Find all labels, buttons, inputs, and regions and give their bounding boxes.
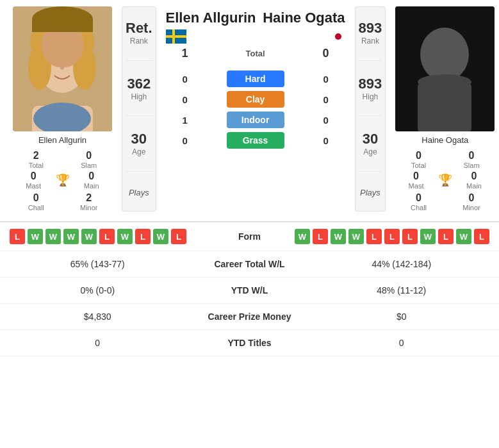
left-ret-value: Ret.: [126, 20, 152, 37]
stat-row-right-1: 48% (11-12): [314, 285, 490, 295]
left-divider-3: [126, 171, 152, 172]
left-player-name: Ellen Allgurin: [38, 135, 86, 145]
right-slam-label: Slam: [448, 162, 495, 169]
left-divider-1: [126, 60, 152, 61]
hard-label: Hard: [227, 71, 284, 87]
surface-rows: 0 Hard 0 0 Clay 0 1 Indoor 0 0 Grass: [160, 69, 352, 151]
stat-row-left-1: 0% (0-0): [10, 285, 186, 295]
left-mast-value: 0: [13, 170, 54, 182]
right-name-header: Haine Ogata: [263, 10, 345, 26]
form-result-badge: L: [99, 229, 115, 244]
left-slam-label: Slam: [66, 162, 113, 169]
left-main-stat: 0 Main: [71, 170, 113, 190]
right-total-value: 0: [395, 150, 442, 162]
right-age-label: Age: [363, 147, 378, 156]
left-high-label: High: [127, 92, 151, 101]
right-chall-minor-row: 0 Chall 0 Minor: [395, 192, 495, 212]
right-main-value: 0: [454, 170, 495, 182]
left-plays-stat: Plays: [129, 184, 149, 201]
form-result-badge: W: [348, 229, 364, 244]
names-row: Ellen Allgurin Haine Ogata: [160, 10, 352, 26]
form-result-badge: L: [438, 229, 454, 244]
grass-label: Grass: [227, 132, 284, 149]
left-age-stat: 30 Age: [131, 128, 147, 159]
left-trophy-row: 0 Mast 🏆 0 Main: [13, 170, 112, 190]
form-result-badge: W: [81, 229, 97, 244]
left-high-stat: 362 High: [127, 73, 151, 104]
right-slam-stat: 0 Slam: [448, 150, 495, 169]
right-mast-label: Mast: [395, 182, 437, 190]
stats-rows-container: 65% (143-77) Career Total W/L 44% (142-1…: [0, 251, 499, 356]
right-high-value: 893: [359, 76, 382, 92]
grass-score-left: 0: [166, 135, 204, 146]
total-score-left: 1: [166, 47, 204, 60]
hard-score-left: 0: [166, 74, 204, 85]
stat-row-center-1: YTD W/L: [186, 285, 314, 295]
haine-svg: [395, 6, 495, 131]
right-minor-label: Minor: [448, 204, 495, 212]
form-result-badge: W: [117, 229, 133, 244]
right-chall-stat: 0 Chall: [395, 192, 442, 212]
stat-row-center-3: YTD Titles: [186, 338, 314, 348]
right-main-label: Main: [454, 182, 495, 190]
ellen-svg: [13, 6, 112, 131]
form-result-badge: W: [153, 229, 168, 244]
left-ret-stat: Ret. Rank: [126, 17, 152, 48]
form-row: LWWWWLWLWL Form WLWWLLLWLWL: [0, 222, 499, 251]
left-minor-stat: 2 Minor: [66, 192, 113, 212]
left-high-value: 362: [127, 76, 151, 92]
left-slam-value: 0: [66, 150, 113, 162]
left-total-label: Total: [13, 162, 60, 169]
left-main-value: 0: [71, 170, 113, 182]
stats-row-2: $4,830 Career Prize Money $0: [0, 304, 499, 330]
form-result-badge: L: [402, 229, 418, 244]
clay-label: Clay: [227, 91, 284, 108]
form-result-badge: W: [63, 229, 79, 244]
right-minor-stat: 0 Minor: [448, 192, 495, 212]
svg-point-3: [28, 45, 51, 90]
total-score-right: 0: [307, 47, 345, 60]
stat-row-left-3: 0: [10, 338, 186, 348]
form-result-badge: L: [474, 229, 489, 244]
form-result-badge: W: [28, 229, 43, 244]
left-main-label: Main: [71, 182, 113, 190]
right-main-stat: 0 Main: [454, 170, 495, 190]
stat-row-center-2: Career Prize Money: [186, 311, 314, 322]
form-result-badge: L: [366, 229, 382, 244]
right-minor-value: 0: [448, 192, 495, 204]
grass-row: 0 Grass 0: [160, 130, 352, 151]
right-form-results: WLWWLLLWLWL: [291, 229, 490, 244]
indoor-row: 1 Indoor 0: [160, 110, 352, 130]
form-label: Form: [208, 231, 291, 242]
right-divider-3: [359, 171, 382, 172]
left-rank-label: Rank: [126, 37, 152, 46]
stat-row-center-0: Career Total W/L: [186, 259, 314, 269]
form-result-badge: W: [45, 229, 61, 244]
left-player-photo: [13, 6, 112, 131]
left-form-results: LWWWWLWLWL: [10, 229, 208, 244]
left-slam-stat: 0 Slam: [66, 150, 113, 169]
form-result-badge: L: [313, 229, 328, 244]
form-result-badge: W: [331, 229, 346, 244]
right-trophy-row: 0 Mast 🏆 0 Main: [395, 170, 495, 190]
svg-point-7: [69, 56, 75, 62]
indoor-score-right: 0: [307, 115, 345, 126]
left-name-header: Ellen Allgurin: [166, 10, 256, 26]
right-player-name: Haine Ogata: [421, 135, 468, 145]
right-total-label: Total: [395, 162, 442, 169]
svg-point-6: [49, 56, 56, 62]
stats-row-0: 65% (143-77) Career Total W/L 44% (142-1…: [0, 251, 499, 278]
form-result-badge: W: [456, 229, 471, 244]
total-row: 1 Total 0: [160, 44, 352, 63]
stat-row-left-2: $4,830: [10, 311, 186, 322]
form-result-badge: W: [295, 229, 310, 244]
left-plays-label: Plays: [129, 188, 149, 197]
left-mast-stat: 0 Mast: [13, 170, 54, 190]
right-age-value: 30: [363, 131, 378, 147]
left-player-stats: 2 Total 0 Slam: [13, 150, 112, 169]
indoor-label: Indoor: [227, 112, 284, 128]
right-mast-stat: 0 Mast: [395, 170, 437, 190]
indoor-score-left: 1: [166, 115, 204, 126]
left-flag: [166, 29, 186, 44]
stat-row-right-3: 0: [314, 338, 490, 348]
